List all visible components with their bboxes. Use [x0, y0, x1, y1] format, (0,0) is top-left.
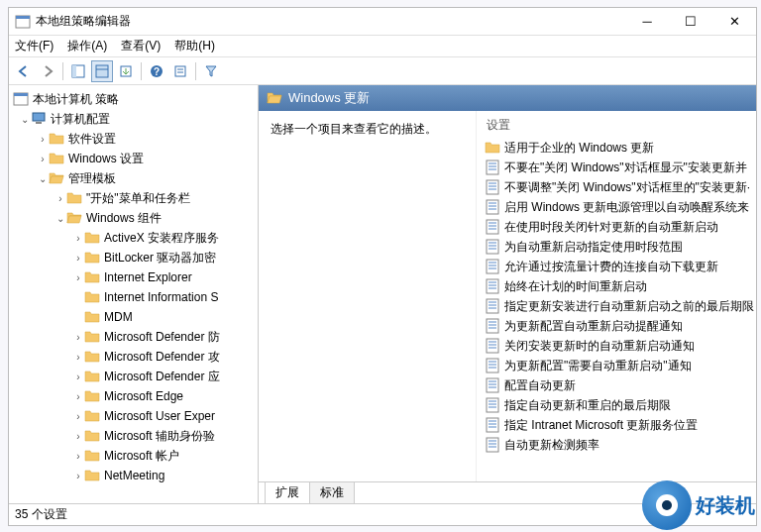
list-item-label: 不要调整"关闭 Windows"对话框里的"安装更新·	[504, 179, 750, 196]
collapse-icon[interactable]: ⌄	[37, 173, 49, 184]
expand-icon[interactable]: ›	[72, 352, 84, 363]
tab-standard[interactable]: 标准	[309, 481, 355, 503]
folder-icon	[84, 289, 100, 305]
collapse-icon[interactable]: ⌄	[54, 213, 66, 224]
expand-icon[interactable]: ›	[37, 134, 49, 145]
tree-item[interactable]: ›Microsoft 辅助身份验	[9, 426, 258, 446]
expand-icon[interactable]: ›	[72, 471, 84, 481]
tree-item[interactable]: MDM	[9, 307, 258, 327]
list-item[interactable]: 不要调整"关闭 Windows"对话框里的"安装更新·	[477, 177, 756, 197]
tree-windows-settings[interactable]: › Windows 设置	[9, 149, 258, 168]
toolbar-divider	[62, 62, 63, 80]
policy-icon	[485, 239, 500, 255]
list-item[interactable]: 为更新配置自动重新启动提醒通知	[477, 316, 756, 336]
folder-icon	[66, 190, 82, 206]
expand-icon[interactable]: ›	[72, 411, 84, 422]
list-item[interactable]: 指定自动更新和重启的最后期限	[477, 395, 756, 415]
expand-icon[interactable]: ›	[72, 253, 84, 264]
tree-item[interactable]: ›Microsoft 帐户	[9, 446, 258, 466]
tree-item[interactable]: ›Microsoft Defender 攻	[9, 347, 258, 367]
tree-admin-templates[interactable]: ⌄ 管理模板	[9, 168, 258, 188]
help-button[interactable]: ?	[146, 60, 167, 82]
tree-pane[interactable]: 本地计算机 策略 ⌄ 计算机配置 › 软件设置 › Windows 设置 ⌄ 管…	[9, 85, 259, 503]
list-item[interactable]: 允许通过按流量计费的连接自动下载更新	[477, 257, 756, 276]
list-item[interactable]: 在使用时段关闭针对更新的自动重新启动	[477, 217, 756, 237]
close-button[interactable]: ✕	[712, 8, 756, 36]
settings-list[interactable]: 设置 适用于企业的 Windows 更新不要在"关闭 Windows"对话框显示…	[477, 111, 756, 481]
tree-item-label: Microsoft User Exper	[104, 409, 215, 423]
list-item[interactable]: 启用 Windows 更新电源管理以自动唤醒系统来	[477, 197, 756, 217]
minimize-button[interactable]: ─	[625, 8, 669, 36]
menu-view[interactable]: 查看(V)	[121, 38, 161, 54]
list-item[interactable]: 适用于企业的 Windows 更新	[477, 138, 756, 158]
folder-icon	[84, 428, 100, 444]
tree-item[interactable]: ›NetMeeting	[9, 466, 258, 485]
expand-icon[interactable]: ›	[37, 154, 49, 164]
description-panel: 选择一个项目来查看它的描述。	[259, 111, 477, 481]
folder-icon	[485, 140, 500, 156]
list-item[interactable]: 不要在"关闭 Windows"对话框显示"安装更新并	[477, 158, 756, 177]
tree-item[interactable]: ›Microsoft Defender 应	[9, 367, 258, 386]
list-item-label: 允许通过按流量计费的连接自动下载更新	[504, 259, 718, 275]
list-item[interactable]: 为更新配置"需要自动重新启动"通知	[477, 356, 756, 375]
list-item[interactable]: 指定更新安装进行自动重新启动之前的最后期限	[477, 296, 756, 316]
list-item-label: 为更新配置"需要自动重新启动"通知	[504, 358, 692, 374]
toolbar: ?	[9, 57, 756, 85]
tree-item[interactable]: ›Microsoft Edge	[9, 386, 258, 406]
list-item-label: 自动更新检测频率	[504, 437, 599, 454]
list-item[interactable]: 配置自动更新	[477, 375, 756, 395]
expand-icon[interactable]: ›	[72, 332, 84, 343]
expand-icon[interactable]: ›	[72, 431, 84, 442]
back-button[interactable]	[13, 60, 35, 82]
expand-icon[interactable]: ›	[72, 233, 84, 244]
gpedit-icon	[13, 91, 29, 107]
menu-file[interactable]: 文件(F)	[15, 38, 54, 54]
list-item[interactable]: 为自动重新启动指定使用时段范围	[477, 237, 756, 257]
list-item[interactable]: 指定 Intranet Microsoft 更新服务位置	[477, 415, 756, 435]
tree-item[interactable]: ›ActiveX 安装程序服务	[9, 228, 258, 248]
tree-windows-components[interactable]: ⌄ Windows 组件	[9, 208, 258, 228]
collapse-icon[interactable]: ⌄	[19, 114, 31, 125]
filter-button[interactable]	[200, 60, 222, 82]
tree-computer-config[interactable]: ⌄ 计算机配置	[9, 109, 258, 129]
expand-icon[interactable]: ›	[72, 391, 84, 402]
folder-icon	[84, 349, 100, 365]
expand-icon[interactable]: ›	[72, 451, 84, 462]
folder-icon	[49, 131, 64, 147]
maximize-button[interactable]: ☐	[669, 8, 712, 36]
policy-icon	[485, 417, 500, 433]
tree-start-taskbar[interactable]: › "开始"菜单和任务栏	[9, 188, 258, 208]
details-view-button[interactable]	[91, 60, 113, 82]
folder-open-icon	[267, 90, 282, 106]
expand-icon[interactable]: ›	[54, 193, 66, 204]
expand-icon[interactable]: ›	[72, 372, 84, 382]
forward-button[interactable]	[37, 60, 58, 82]
tab-extended[interactable]: 扩展	[265, 481, 310, 503]
tree-item[interactable]: ›Internet Explorer	[9, 267, 258, 287]
list-item-label: 关闭安装更新时的自动重新启动通知	[504, 338, 695, 355]
tree-item[interactable]: ›Microsoft User Exper	[9, 406, 258, 426]
logo-eye-icon	[642, 480, 692, 530]
folder-icon	[84, 329, 100, 345]
list-item-label: 指定 Intranet Microsoft 更新服务位置	[504, 417, 698, 434]
tree-root[interactable]: 本地计算机 策略	[9, 89, 258, 109]
policy-icon	[485, 259, 500, 274]
menu-action[interactable]: 操作(A)	[67, 38, 107, 54]
list-item[interactable]: 始终在计划的时间重新启动	[477, 276, 756, 296]
list-item[interactable]: 关闭安装更新时的自动重新启动通知	[477, 336, 756, 356]
folder-icon	[84, 388, 100, 404]
properties-button[interactable]	[169, 60, 191, 82]
expand-icon[interactable]: ›	[72, 272, 84, 283]
folder-icon	[84, 448, 100, 464]
show-hide-tree-button[interactable]	[67, 60, 89, 82]
tree-item[interactable]: ›Microsoft Defender 防	[9, 327, 258, 347]
menu-help[interactable]: 帮助(H)	[174, 38, 215, 54]
tree-item[interactable]: ›BitLocker 驱动器加密	[9, 248, 258, 267]
export-button[interactable]	[115, 60, 137, 82]
settings-column-header[interactable]: 设置	[477, 111, 756, 138]
tree-software-settings[interactable]: › 软件设置	[9, 129, 258, 149]
list-item[interactable]: 自动更新检测频率	[477, 435, 756, 455]
description-text: 选择一个项目来查看它的描述。	[271, 122, 437, 136]
policy-icon	[485, 160, 500, 175]
tree-item[interactable]: Internet Information S	[9, 287, 258, 307]
